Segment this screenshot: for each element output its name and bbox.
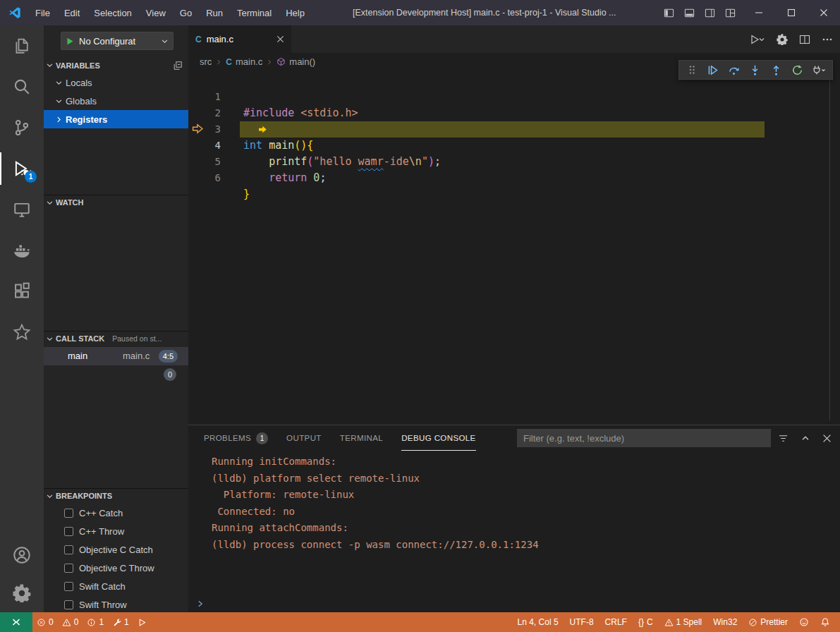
menu-file[interactable]: File <box>28 0 57 25</box>
more-actions-icon[interactable] <box>822 34 833 45</box>
breakpoint-swift-catch[interactable]: Swift Catch <box>44 577 188 595</box>
warnings-status[interactable]: 0 <box>58 612 83 632</box>
console-input-row[interactable] <box>196 597 205 611</box>
collapse-all-icon[interactable] <box>173 61 183 71</box>
remote-indicator[interactable] <box>0 612 32 632</box>
infos-status[interactable]: 1 <box>83 612 108 632</box>
star-extension-icon[interactable] <box>0 312 44 353</box>
watch-section-header[interactable]: WATCH <box>44 195 188 209</box>
status-bar: 0 0 1 1 Ln 4, Col 5 UTF-8 CRLF {} C 1 Sp… <box>0 612 840 632</box>
encoding[interactable]: UTF-8 <box>566 612 598 632</box>
launch-config-dropdown[interactable]: No Configurat <box>61 32 174 50</box>
breakpoint-cpp-throw[interactable]: C++ Throw <box>44 522 188 540</box>
tab-close-icon[interactable] <box>276 35 284 43</box>
console-filter-input[interactable] <box>517 429 771 447</box>
checkbox[interactable] <box>64 545 73 554</box>
accounts-icon[interactable] <box>0 536 44 574</box>
run-or-debug-icon[interactable] <box>750 34 765 45</box>
extensions-icon[interactable] <box>0 271 44 312</box>
breadcrumb-symbol[interactable]: main() <box>289 56 315 67</box>
filter-icon[interactable] <box>778 433 789 444</box>
toolbar-drag-grip[interactable] <box>683 61 700 78</box>
breadcrumb-folder[interactable]: src <box>200 56 212 67</box>
explorer-icon[interactable] <box>0 25 44 66</box>
breakpoints-section-header[interactable]: BREAKPOINTS <box>44 488 188 503</box>
debug-session-status[interactable] <box>133 612 151 632</box>
breakpoint-objc-throw[interactable]: Objective C Throw <box>44 559 188 577</box>
breakpoint-objc-catch[interactable]: Objective C Catch <box>44 540 188 559</box>
remote-icon <box>11 616 22 628</box>
menu-terminal[interactable]: Terminal <box>230 0 279 25</box>
errors-status[interactable]: 0 <box>32 612 58 632</box>
tab-problems[interactable]: PROBLEMS1 <box>204 425 268 451</box>
inline-breakpoint-arrow-icon[interactable] <box>258 125 267 134</box>
step-out-icon[interactable] <box>767 61 785 78</box>
breakpoint-cpp-catch[interactable]: C++ Catch <box>44 504 188 522</box>
maximize-panel-icon[interactable] <box>801 433 810 443</box>
frame-file: main.c <box>123 347 150 365</box>
call-stack-section-header[interactable]: CALL STACK Paused on st... <box>44 331 188 346</box>
chevron-down-icon <box>46 335 54 343</box>
tab-terminal[interactable]: TERMINAL <box>340 425 383 451</box>
brackets-icon: {} <box>638 617 644 627</box>
checkbox[interactable] <box>64 527 73 536</box>
feedback-smiley-icon[interactable] <box>795 612 813 632</box>
checkbox[interactable] <box>64 509 73 518</box>
run-and-debug-icon[interactable]: 1 <box>0 148 44 189</box>
minimize-button[interactable] <box>743 0 775 25</box>
menu-go[interactable]: Go <box>173 0 199 25</box>
step-into-icon[interactable] <box>746 61 764 78</box>
debug-badge: 1 <box>25 171 37 183</box>
variables-item-globals[interactable]: Globals <box>44 92 188 110</box>
toggle-secondary-sidebar-icon[interactable] <box>705 8 715 18</box>
variables-item-locals[interactable]: Locals <box>44 73 188 92</box>
formatter-status[interactable]: Prettier <box>744 612 792 632</box>
tab-output[interactable]: OUTPUT <box>286 425 322 451</box>
menu-view[interactable]: View <box>139 0 173 25</box>
cursor-position[interactable]: Ln 4, Col 5 <box>513 612 563 632</box>
language-mode[interactable]: {} C <box>634 612 657 632</box>
current-frame-gutter-arrow-icon[interactable] <box>192 123 204 135</box>
prettier-icon <box>748 618 757 627</box>
tab-debug-console[interactable]: DEBUG CONSOLE <box>401 425 476 451</box>
settings-gear-icon[interactable] <box>0 574 44 612</box>
platform-status[interactable]: Win32 <box>709 612 741 632</box>
eol-sequence[interactable]: CRLF <box>601 612 631 632</box>
menu-selection[interactable]: Selection <box>87 0 138 25</box>
checkbox[interactable] <box>64 564 73 573</box>
toggle-sidebar-icon[interactable] <box>664 8 674 18</box>
stack-frame-row[interactable]: main main.c 4:5 <box>44 347 188 365</box>
variables-section-header[interactable]: VARIABLES <box>44 58 188 73</box>
checkbox[interactable] <box>64 582 73 591</box>
customize-layout-icon[interactable] <box>725 8 736 18</box>
notifications-bell-icon[interactable] <box>816 612 834 632</box>
toggle-panel-icon[interactable] <box>684 8 695 18</box>
checkbox[interactable] <box>64 600 73 609</box>
variables-item-registers[interactable]: Registers <box>44 110 188 128</box>
editor-scrollbar[interactable] <box>829 54 830 420</box>
restart-icon[interactable] <box>789 61 806 78</box>
tab-main-c[interactable]: C main.c <box>188 25 291 53</box>
continue-icon[interactable] <box>704 61 722 78</box>
remote-explorer-icon[interactable] <box>0 189 44 230</box>
split-editor-icon[interactable] <box>799 34 810 45</box>
tools-status[interactable]: 1 <box>108 612 133 632</box>
search-icon[interactable] <box>0 66 44 107</box>
console-line: Running attachCommands: <box>212 520 826 537</box>
close-panel-icon[interactable] <box>822 434 832 443</box>
menu-help[interactable]: Help <box>279 0 312 25</box>
disconnect-icon[interactable] <box>810 61 827 78</box>
step-over-icon[interactable] <box>725 61 743 78</box>
menu-run[interactable]: Run <box>199 0 230 25</box>
spell-checker-status[interactable]: 1 Spell <box>660 612 707 632</box>
menu-edit[interactable]: Edit <box>57 0 87 25</box>
close-button[interactable] <box>808 0 840 25</box>
breadcrumb-file[interactable]: main.c <box>236 56 262 67</box>
console-line: Running initCommands: <box>212 454 826 470</box>
maximize-button[interactable] <box>775 0 808 25</box>
code-editor[interactable]: 1 #include <stdio.h> 2 3 int main(){ 4 p… <box>188 71 840 425</box>
source-control-icon[interactable] <box>0 107 44 148</box>
editor-settings-gear-icon[interactable] <box>777 34 788 45</box>
docker-icon[interactable] <box>0 230 44 271</box>
breakpoint-swift-throw[interactable]: Swift Throw <box>44 595 188 612</box>
